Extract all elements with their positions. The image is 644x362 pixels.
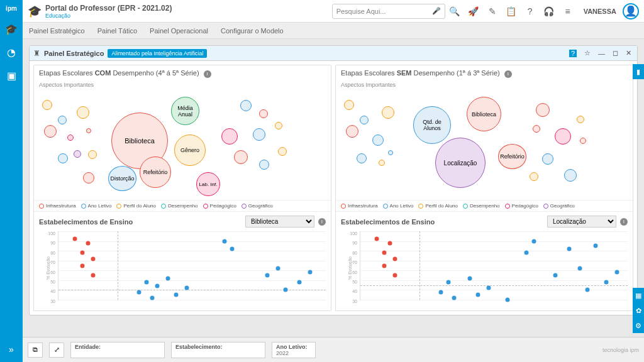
presentation-icon[interactable]: ▣ bbox=[7, 70, 16, 82]
copy-icon[interactable]: ⧉ bbox=[28, 343, 43, 358]
scatter-point[interactable] bbox=[72, 237, 77, 241]
favorite-icon[interactable]: ☆ bbox=[584, 49, 591, 57]
estabelecimento-field[interactable]: Estabelecimento: bbox=[171, 342, 265, 358]
bubble-lab[interactable]: Lab. Inf. bbox=[196, 172, 220, 196]
info-icon[interactable]: i bbox=[504, 70, 512, 78]
bubble-qtd[interactable]: Qtd. de Alunos bbox=[413, 106, 451, 144]
tab-tatico[interactable]: Painel Tático bbox=[97, 27, 137, 35]
scatter-point[interactable] bbox=[174, 293, 179, 297]
scatter-point[interactable] bbox=[230, 247, 235, 251]
sub-header-left: Estabelecimentos de Ensino Biblioteca i bbox=[34, 211, 331, 231]
scatter-point[interactable] bbox=[222, 239, 226, 243]
scatter-point[interactable] bbox=[91, 256, 96, 261]
scatter-point[interactable] bbox=[382, 263, 387, 268]
scatter-point[interactable] bbox=[487, 286, 491, 290]
select-biblioteca[interactable]: Biblioteca bbox=[245, 216, 314, 228]
bubble-distorcao[interactable]: Distorção bbox=[108, 166, 136, 191]
scatter-point[interactable] bbox=[567, 247, 571, 251]
scatter-point[interactable] bbox=[150, 295, 154, 300]
bubble-biblioteca-r[interactable]: Biblioteca bbox=[467, 97, 501, 131]
gear-icon[interactable]: ⚙ bbox=[633, 318, 644, 333]
scatter-point[interactable] bbox=[91, 273, 96, 278]
microphone-icon[interactable]: 🎤 bbox=[432, 7, 441, 15]
scatter-point[interactable] bbox=[577, 266, 582, 271]
menu-icon[interactable]: ≡ bbox=[558, 6, 577, 16]
bookmark-icon[interactable]: ▮ bbox=[633, 64, 644, 79]
puzzle-icon[interactable]: ✿ bbox=[633, 303, 644, 318]
close-icon[interactable]: ✕ bbox=[626, 49, 631, 57]
ano-letivo-field[interactable]: Ano Letivo: 2022 bbox=[272, 342, 316, 358]
scatter-point[interactable] bbox=[275, 266, 280, 271]
scatter-point[interactable] bbox=[265, 273, 269, 278]
scatter-point[interactable] bbox=[615, 270, 619, 275]
scatter-point[interactable] bbox=[438, 290, 443, 294]
expand-icon[interactable]: ⤢ bbox=[49, 343, 64, 358]
info-icon[interactable]: i bbox=[204, 70, 211, 78]
minimize-icon[interactable]: — bbox=[598, 50, 605, 57]
bubble-small bbox=[357, 153, 367, 163]
scatter-point[interactable] bbox=[604, 280, 609, 284]
select-localizacao[interactable]: Localização bbox=[547, 216, 616, 228]
tab-operacional[interactable]: Painel Operacional bbox=[150, 27, 208, 35]
calendar-icon[interactable]: ▦ bbox=[633, 288, 644, 303]
scatter-point[interactable] bbox=[468, 276, 472, 280]
panel-help-icon[interactable]: ? bbox=[569, 50, 577, 57]
scatter-point[interactable] bbox=[308, 270, 312, 275]
scatter-point[interactable] bbox=[524, 251, 528, 255]
scatter-point[interactable] bbox=[166, 276, 170, 280]
bubble-refeitorio[interactable]: Refeitório bbox=[140, 156, 171, 188]
tab-estrategico[interactable]: Painel Estratégico bbox=[29, 27, 85, 35]
scatter-left: % Evolução 100 90 80 70 60 50 40 30 bbox=[39, 231, 326, 300]
expand-sidebar-icon[interactable]: » bbox=[9, 344, 14, 354]
scatter-point[interactable] bbox=[382, 251, 387, 255]
scatter-point[interactable] bbox=[387, 241, 392, 245]
scatter-point[interactable] bbox=[447, 280, 451, 284]
bubble-small bbox=[360, 116, 369, 124]
scatter-point[interactable] bbox=[80, 263, 85, 268]
help-icon[interactable]: ? bbox=[521, 6, 540, 16]
bubble-refeitorio-r[interactable]: Refeitório bbox=[498, 144, 526, 169]
entidade-field[interactable]: Entidade: bbox=[70, 342, 165, 358]
scatter-point[interactable] bbox=[505, 298, 509, 302]
clipboard-icon[interactable]: 📋 bbox=[502, 6, 521, 16]
scatter-point[interactable] bbox=[553, 273, 558, 278]
search-input[interactable]: Pesquise Aqui... 🎤 bbox=[332, 4, 445, 19]
maximize-icon[interactable]: ◻ bbox=[613, 49, 618, 57]
scatter-point[interactable] bbox=[393, 273, 397, 278]
scatter-point[interactable] bbox=[452, 295, 456, 300]
info-icon[interactable]: i bbox=[620, 218, 628, 226]
scatter-point[interactable] bbox=[532, 239, 536, 243]
bubble-media[interactable]: Média Anual bbox=[171, 97, 199, 125]
scatter-point[interactable] bbox=[284, 288, 288, 292]
scatter-point[interactable] bbox=[393, 256, 397, 261]
scatter-point[interactable] bbox=[80, 251, 85, 255]
scatter-point[interactable] bbox=[586, 288, 590, 292]
headset-icon[interactable]: 🎧 bbox=[540, 6, 558, 16]
tab-configurar[interactable]: Configurar o Modelo bbox=[221, 27, 284, 35]
graduation-icon[interactable]: 🎓 bbox=[5, 23, 18, 35]
scatter-point[interactable] bbox=[145, 280, 149, 284]
scatter-point[interactable] bbox=[185, 286, 189, 290]
bubble-genero[interactable]: Gênero bbox=[174, 134, 206, 166]
edit-icon[interactable]: ✎ bbox=[483, 6, 502, 16]
search-icon[interactable]: 🔍 bbox=[445, 6, 464, 16]
graduation-cap-icon: 🎓 bbox=[28, 4, 42, 18]
scatter-point[interactable] bbox=[594, 244, 598, 248]
bubble-localizacao[interactable]: Localização bbox=[435, 138, 486, 188]
bubble-small bbox=[577, 116, 584, 123]
bubble-small bbox=[259, 160, 269, 170]
scatter-point[interactable] bbox=[374, 237, 379, 241]
scatter-point[interactable] bbox=[476, 293, 480, 297]
scatter-point[interactable] bbox=[155, 284, 160, 288]
scatter-point[interactable] bbox=[86, 241, 90, 245]
info-icon[interactable]: i bbox=[318, 218, 326, 226]
chart-pie-icon[interactable]: ◔ bbox=[7, 47, 16, 58]
scatter-point[interactable] bbox=[136, 290, 141, 294]
scatter-plot-right bbox=[360, 231, 628, 300]
rocket-icon[interactable]: 🚀 bbox=[464, 6, 483, 16]
scatter-point[interactable] bbox=[297, 280, 301, 284]
sidebar-right: ▮ bbox=[633, 64, 644, 79]
avatar[interactable]: 👤 bbox=[623, 3, 639, 19]
bubble-small bbox=[86, 128, 91, 133]
right-section-title: Etapas Escolares SEM Desempenho (1ª á 3ª… bbox=[336, 65, 633, 82]
